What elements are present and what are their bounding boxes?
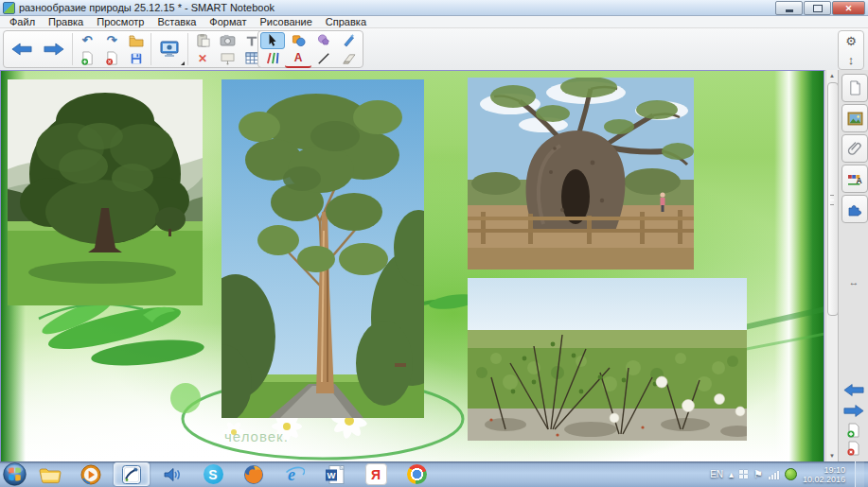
menu-file[interactable]: Файл — [3, 16, 42, 27]
tab-properties[interactable]: A — [841, 165, 868, 193]
save-button[interactable] — [124, 50, 149, 67]
menu-insert[interactable]: Вставка — [151, 16, 203, 27]
menu-format[interactable]: Формат — [203, 16, 253, 27]
taskbar-smart-notebook[interactable] — [114, 462, 150, 486]
add-page-button[interactable] — [75, 50, 99, 67]
antivirus-tray-icon[interactable] — [785, 468, 797, 480]
undo-button[interactable]: ↶ — [75, 32, 99, 49]
action-center-flag-icon[interactable]: ⚑ — [753, 468, 763, 480]
language-indicator[interactable]: EN — [710, 469, 723, 479]
photo-tundra-shrubs[interactable] — [468, 278, 747, 441]
menu-help[interactable]: Справка — [319, 16, 373, 27]
word-icon: W — [325, 464, 345, 485]
smart-notebook-app-icon — [3, 2, 15, 14]
photo-baobab-tree[interactable] — [468, 78, 694, 270]
screen-capture-button[interactable] — [153, 32, 186, 66]
photo-oak-tree[interactable] — [8, 79, 203, 305]
pens-icon — [265, 52, 281, 64]
redo-button[interactable]: ↷ — [99, 32, 124, 49]
yandex-icon: Я — [365, 463, 387, 485]
sidebar-delete-page-button[interactable] — [842, 440, 865, 456]
menu-view[interactable]: Просмотр — [90, 16, 151, 27]
notebook-page-canvas[interactable]: человек. — [0, 70, 824, 461]
windows-solution-center-icon[interactable] — [739, 470, 748, 478]
delete-page-button[interactable] — [99, 50, 124, 67]
menu-draw[interactable]: Рисование — [253, 16, 318, 27]
undo-icon: ↶ — [82, 34, 93, 46]
line-tool-button[interactable] — [311, 50, 336, 67]
menu-edit[interactable]: Правка — [42, 16, 90, 27]
taskbar-clock[interactable]: 19:10 10.02.2016 — [803, 465, 845, 484]
camera-icon — [220, 34, 236, 46]
windows-start-icon — [3, 462, 27, 486]
side-tab-strip: A ↔ — [838, 70, 868, 461]
taskbar-internet-explorer[interactable]: e — [276, 462, 312, 486]
save-icon — [130, 52, 143, 65]
puzzle-piece-icon — [847, 202, 862, 217]
screen-capture-icon — [160, 41, 179, 58]
taskbar-chrome[interactable] — [399, 462, 434, 486]
network-signal-icon[interactable] — [769, 470, 779, 479]
scroll-up-button[interactable]: ▲ — [826, 70, 838, 81]
regular-polygons-button[interactable] — [311, 32, 336, 49]
photo-eucalyptus-tree[interactable] — [221, 79, 424, 418]
autohide-handle[interactable]: ↔ — [839, 276, 868, 287]
tab-gallery[interactable] — [841, 104, 868, 132]
window-title: разнообразие природы 25.12.15 * - SMART … — [19, 2, 275, 13]
back-button[interactable] — [6, 32, 38, 66]
scroll-up-icon: ▲ — [829, 73, 835, 78]
delete-button[interactable]: ✕ — [190, 50, 215, 67]
scroll-down-button[interactable]: ▼ — [826, 450, 838, 461]
polygons-icon — [317, 33, 331, 47]
taskbar-media-player[interactable] — [73, 462, 109, 486]
start-button[interactable] — [2, 461, 27, 487]
minimize-button[interactable] — [775, 1, 803, 15]
pens-button[interactable] — [260, 50, 285, 67]
smart-notebook-icon — [121, 464, 142, 485]
tab-add-ons[interactable] — [841, 195, 868, 223]
forward-arrow-icon — [44, 42, 64, 57]
shapes-icon — [292, 33, 306, 47]
canvas-vertical-scrollbar[interactable]: ▲ ▼ — [825, 70, 838, 461]
taskbar-windows-explorer[interactable] — [32, 462, 68, 486]
eraser-button[interactable] — [336, 50, 361, 67]
screen-shade-button[interactable] — [215, 50, 239, 67]
taskbar-volume-mixer[interactable] — [154, 462, 190, 486]
taskbar-skype[interactable]: S — [195, 462, 231, 486]
open-file-button[interactable] — [124, 32, 149, 49]
clock-time: 19:10 — [803, 465, 845, 475]
svg-text:W: W — [328, 469, 336, 479]
shapes-button[interactable] — [286, 32, 310, 49]
magic-pen-button[interactable] — [336, 32, 361, 49]
internet-explorer-icon: e — [284, 464, 305, 485]
hidden-icons-button[interactable]: ▴ — [729, 469, 734, 479]
taskbar-yandex[interactable]: Я — [358, 462, 394, 486]
paste-button[interactable] — [190, 32, 215, 49]
magic-pen-icon — [342, 33, 356, 47]
text-button[interactable]: A — [285, 49, 311, 68]
taskbar-firefox[interactable] — [236, 462, 272, 486]
paste-icon — [196, 33, 210, 47]
show-desktop-button[interactable] — [855, 461, 864, 487]
sidebar-add-page-button[interactable] — [842, 422, 865, 438]
image-capture-button[interactable] — [215, 32, 239, 49]
skype-icon: S — [204, 464, 223, 484]
taskbar-word[interactable]: W — [317, 462, 353, 486]
maximize-button[interactable] — [804, 1, 831, 15]
gallery-picture-icon — [847, 112, 863, 126]
customize-toolbar-button[interactable]: ⚙ — [839, 31, 863, 50]
tab-page-sorter[interactable] — [841, 74, 868, 102]
next-page-button[interactable] — [842, 403, 865, 419]
media-player-icon — [80, 464, 101, 485]
add-page-icon — [80, 51, 95, 65]
forward-button[interactable] — [38, 32, 70, 66]
close-icon: ✕ — [845, 4, 853, 13]
move-toolbar-button[interactable]: ↕ — [839, 50, 863, 69]
select-tool-button[interactable] — [260, 32, 285, 49]
close-button[interactable]: ✕ — [832, 1, 865, 15]
previous-page-button[interactable] — [842, 382, 865, 398]
toolbar-options: ⚙ ↕ — [838, 30, 864, 70]
minimize-icon — [786, 9, 793, 12]
tab-attachments[interactable] — [841, 134, 868, 163]
delete-page-icon — [105, 51, 119, 65]
